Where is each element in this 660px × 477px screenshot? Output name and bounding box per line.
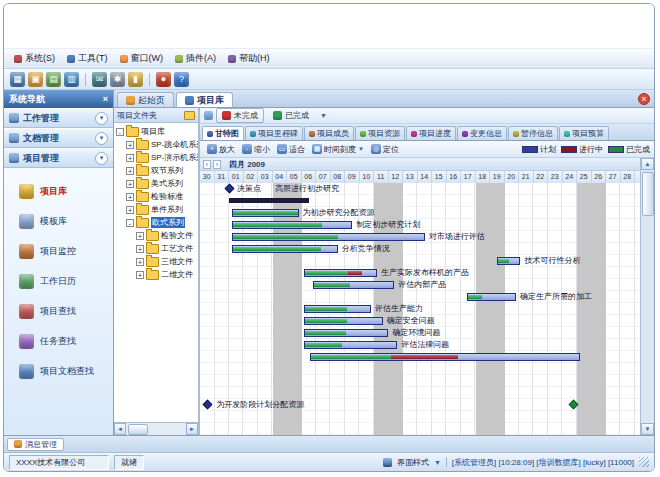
task-bar[interactable] (310, 353, 580, 361)
tree-node[interactable]: +SP-跳伞机系列 (114, 138, 198, 151)
tree-node[interactable]: +检验标准 (114, 190, 198, 203)
time-scale-button[interactable]: ▦时间刻度▼ (309, 143, 367, 156)
detail-tab[interactable]: 项目进度 (406, 126, 456, 140)
tree-expander-icon[interactable]: + (136, 245, 144, 253)
tree-expander-icon[interactable]: + (136, 232, 144, 240)
sidebar-item[interactable]: 项目查找 (4, 296, 113, 326)
tree-expander-icon[interactable]: + (126, 154, 134, 162)
document-tab[interactable]: 项目库 (176, 92, 233, 107)
tree-expander-icon[interactable]: - (126, 219, 134, 227)
task-bar[interactable] (304, 341, 397, 349)
sidebar-item[interactable]: 任务查找 (4, 326, 113, 356)
tree-expander-icon[interactable]: + (136, 258, 144, 266)
sidebar-item[interactable]: 模板库 (4, 206, 113, 236)
milestone-icon[interactable] (225, 184, 235, 194)
filter-button[interactable]: 未完成 (216, 108, 264, 123)
sidebar-item[interactable]: 项目监控 (4, 236, 113, 266)
tree-expander-icon[interactable]: + (126, 167, 134, 175)
scroll-left-icon[interactable]: ◄ (114, 423, 126, 435)
menu-item[interactable]: 工具(T) (63, 51, 116, 66)
summary-bar[interactable] (229, 198, 309, 203)
menu-item[interactable]: 窗口(W) (116, 51, 172, 66)
detail-tab[interactable]: 项目成员 (304, 126, 354, 140)
tree-node[interactable]: +工艺文件 (114, 242, 198, 255)
mail-icon[interactable]: ✉ (92, 72, 107, 87)
scroll-down-icon[interactable]: ▼ (641, 423, 654, 435)
message-tab[interactable]: 消息管理 (7, 438, 64, 451)
document-icon[interactable]: ▤ (46, 72, 61, 87)
zoom-fit-button[interactable]: ▭适合 (274, 143, 308, 156)
menu-item[interactable]: 帮助(H) (224, 51, 278, 66)
detail-tab[interactable]: 变更信息 (457, 126, 507, 140)
task-bar[interactable] (232, 245, 338, 253)
sidebar-close-icon[interactable]: × (103, 94, 108, 104)
filter-chevron-down-icon[interactable]: ▼ (320, 112, 327, 119)
tree-expander-icon[interactable]: + (126, 180, 134, 188)
sidebar-item[interactable]: 项目文档查找 (4, 356, 113, 386)
tree-node[interactable]: +单件系列 (114, 203, 198, 216)
month-next-icon[interactable]: › (213, 160, 221, 169)
detail-tab[interactable]: 项目资源 (355, 126, 405, 140)
filter-button[interactable]: 已完成 (267, 108, 315, 123)
style-label[interactable]: 界面样式 (397, 457, 429, 468)
tree-node[interactable]: +SP-演示机系列 (114, 151, 198, 164)
task-bar[interactable] (497, 257, 520, 265)
detail-tab[interactable]: 甘特图 (202, 126, 244, 140)
document-tab[interactable]: 起始页 (117, 92, 174, 107)
task-bar[interactable] (467, 293, 516, 301)
tree-node[interactable]: -欧式系列 (114, 216, 198, 229)
detail-tab[interactable]: 项目预算 (559, 126, 609, 140)
exit-icon[interactable]: ● (156, 72, 171, 87)
detail-tab[interactable]: 暂停信息 (508, 126, 558, 140)
zoom-out-button[interactable]: -缩小 (239, 143, 273, 156)
scroll-right-icon[interactable]: ► (186, 423, 198, 435)
tree-node[interactable]: -项目库 (114, 125, 198, 138)
tree-header-folder-icon[interactable] (184, 111, 195, 120)
hscroll-track[interactable] (126, 423, 186, 435)
task-bar[interactable] (232, 209, 299, 217)
home-icon[interactable]: ▦ (10, 72, 25, 87)
sidebar-section[interactable]: 文档管理▾ (4, 128, 113, 148)
tree-expander-icon[interactable]: + (126, 141, 134, 149)
settings-icon[interactable]: ✱ (110, 72, 125, 87)
task-bar[interactable] (304, 329, 388, 337)
sidebar-section[interactable]: 项目管理▾ (4, 148, 113, 168)
locate-button[interactable]: ◎定位 (368, 143, 402, 156)
menu-item[interactable]: 插件(A) (171, 51, 224, 66)
zoom-in-button[interactable]: +放大 (204, 143, 238, 156)
month-prev-icon[interactable]: ‹ (203, 160, 211, 169)
sidebar-section[interactable]: 工作管理▾ (4, 108, 113, 128)
task-bar[interactable] (304, 305, 371, 313)
resize-grip[interactable] (639, 457, 649, 467)
project-icon[interactable]: ▣ (28, 72, 43, 87)
tree-expander-icon[interactable]: + (126, 206, 134, 214)
gantt-vscrollbar[interactable]: ▲ ▼ (640, 158, 654, 435)
vscroll-track[interactable] (641, 170, 654, 423)
tree-node[interactable]: +检验文件 (114, 229, 198, 242)
task-bar[interactable] (304, 269, 377, 277)
hscroll-thumb[interactable] (128, 424, 148, 435)
chart-icon[interactable]: ▥ (64, 72, 79, 87)
task-bar[interactable] (304, 317, 382, 325)
task-bar[interactable] (232, 233, 425, 241)
style-dropdown-icon[interactable]: ▼ (434, 459, 441, 466)
sidebar-item[interactable]: 工作日历 (4, 266, 113, 296)
scroll-up-icon[interactable]: ▲ (641, 158, 654, 170)
tree-hscrollbar[interactable]: ◄ ► (114, 422, 198, 435)
detail-tab[interactable]: 项目里程碑 (245, 126, 303, 140)
tab-close-icon[interactable]: × (638, 93, 650, 105)
menu-item[interactable]: 系统(S) (10, 51, 63, 66)
milestone-icon[interactable] (203, 400, 213, 410)
vscroll-thumb[interactable] (642, 172, 654, 216)
tree-expander-icon[interactable]: + (126, 193, 134, 201)
tree-node[interactable]: +双节系列 (114, 164, 198, 177)
view-grid-icon[interactable] (204, 111, 213, 120)
lock-icon[interactable]: ▮ (128, 72, 143, 87)
help-icon[interactable]: ? (174, 72, 189, 87)
tree-expander-icon[interactable]: + (136, 271, 144, 279)
task-bar[interactable] (232, 221, 352, 229)
sidebar-item[interactable]: 项目库 (4, 176, 113, 206)
tree-node[interactable]: +二维文件 (114, 268, 198, 281)
tree-node[interactable]: +三维文件 (114, 255, 198, 268)
tree-expander-icon[interactable]: - (116, 128, 124, 136)
